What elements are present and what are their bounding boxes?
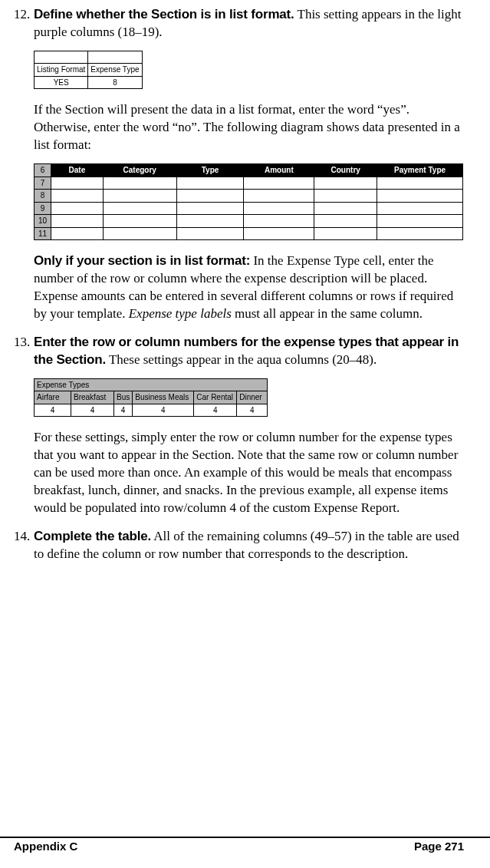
item-number: 12. — [14, 6, 30, 24]
etypes-val: 4 — [71, 404, 114, 417]
listing-format-table: Listing Format Expense Type YES 8 — [34, 51, 143, 90]
expense-types-table-wrap: Expense Types Airfare Breakfast Bus Busi… — [34, 378, 464, 417]
col-header: Date — [51, 164, 103, 177]
footer-left: Appendix C — [14, 840, 77, 853]
cell-blank — [88, 51, 142, 64]
cell — [176, 227, 244, 240]
heading-12: Define whether the Section is in list fo… — [34, 7, 294, 21]
cell — [244, 227, 314, 240]
cell — [176, 202, 244, 215]
list-format-grid-wrap: 6 Date Category Type Amount Country Paym… — [34, 163, 464, 240]
list-item-13: 13. Enter the row or column numbers for … — [14, 334, 464, 517]
col-header: Category — [103, 164, 176, 177]
para-12c-em: Expense type labels — [129, 306, 232, 321]
etypes-col: Business Meals — [133, 391, 194, 404]
etypes-val: 4 — [237, 404, 268, 417]
cell — [176, 190, 244, 203]
etypes-col: Car Rental — [194, 391, 237, 404]
rownum: 9 — [35, 202, 51, 215]
rownum: 8 — [35, 190, 51, 203]
para-13a: Enter the row or column numbers for the … — [34, 334, 464, 369]
para-12c: Only if your section is in list format: … — [34, 252, 464, 323]
rownum: 6 — [35, 164, 51, 177]
cell — [377, 177, 463, 190]
cell — [244, 177, 314, 190]
etypes-col: Dinner — [237, 391, 268, 404]
lead-13: These settings appear in the aqua column… — [106, 352, 377, 367]
cell-value: 8 — [88, 76, 142, 89]
rownum: 10 — [35, 215, 51, 228]
para-13b: For these settings, simply enter the row… — [34, 429, 464, 517]
col-header: Payment Type — [377, 164, 463, 177]
cell — [103, 227, 176, 240]
list-format-grid: 6 Date Category Type Amount Country Paym… — [34, 163, 463, 240]
cell — [244, 215, 314, 228]
cell — [103, 215, 176, 228]
para-12c-bold: Only if your section is in list format: — [34, 253, 250, 268]
col-header: Type — [176, 164, 244, 177]
cell-header: Listing Format — [35, 64, 88, 77]
etypes-val: 4 — [194, 404, 237, 417]
cell — [103, 190, 176, 203]
cell — [377, 202, 463, 215]
col-header: Country — [314, 164, 377, 177]
cell — [377, 215, 463, 228]
cell — [176, 177, 244, 190]
para-12a: Define whether the Section is in list fo… — [34, 6, 464, 41]
cell-blank — [35, 51, 88, 64]
para-12b: If the Section will present the data in … — [34, 101, 464, 154]
cell — [51, 202, 103, 215]
col-header: Amount — [244, 164, 314, 177]
etypes-col: Airfare — [35, 391, 71, 404]
etypes-col: Bus — [114, 391, 133, 404]
cell-value: YES — [35, 76, 88, 89]
cell — [103, 202, 176, 215]
cell-header: Expense Type — [88, 64, 142, 77]
cell — [314, 227, 377, 240]
cell — [244, 202, 314, 215]
page-footer: Appendix C Page 271 — [0, 838, 490, 853]
footer-right: Page 271 — [414, 840, 464, 853]
cell — [244, 190, 314, 203]
para-12c-tail: must all appear in the same column. — [232, 306, 423, 321]
item-number: 13. — [14, 334, 30, 351]
cell — [314, 190, 377, 203]
cell — [176, 215, 244, 228]
cell — [377, 190, 463, 203]
cell — [314, 177, 377, 190]
cell — [314, 215, 377, 228]
expense-types-table: Expense Types Airfare Breakfast Bus Busi… — [34, 378, 268, 417]
cell — [51, 227, 103, 240]
cell — [51, 177, 103, 190]
cell — [103, 177, 176, 190]
rownum: 7 — [35, 177, 51, 190]
page-content: 12. Define whether the Section is in lis… — [0, 0, 490, 837]
rownum: 11 — [35, 227, 51, 240]
etypes-col: Breakfast — [71, 391, 114, 404]
cell — [51, 215, 103, 228]
cell — [377, 227, 463, 240]
heading-14: Complete the table. — [34, 529, 151, 543]
list-item-14: 14. Complete the table. All of the remai… — [14, 528, 464, 563]
listing-format-table-wrap: Listing Format Expense Type YES 8 — [34, 51, 464, 90]
list-item-12: 12. Define whether the Section is in lis… — [14, 6, 464, 323]
cell — [314, 202, 377, 215]
etypes-val: 4 — [133, 404, 194, 417]
item-number: 14. — [14, 528, 30, 546]
cell — [51, 190, 103, 203]
etypes-val: 4 — [35, 404, 71, 417]
etypes-val: 4 — [114, 404, 133, 417]
para-14a: Complete the table. All of the remaining… — [34, 528, 464, 563]
etypes-title: Expense Types — [35, 378, 268, 391]
